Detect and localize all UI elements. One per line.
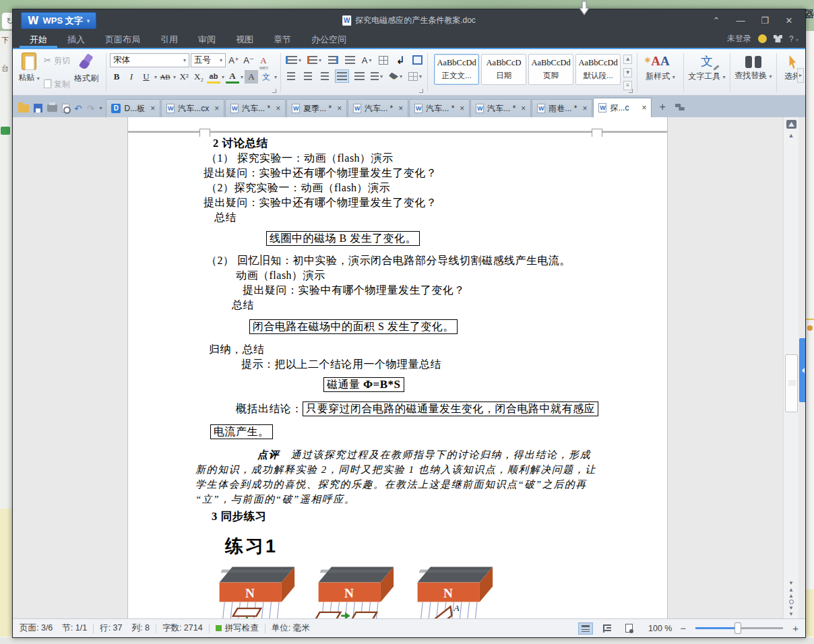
character-shading-button[interactable]: A	[245, 70, 258, 84]
doc-tab-3[interactable]: W 夏季... *×	[286, 99, 347, 117]
superscript-button[interactable]: X²	[177, 70, 191, 84]
font-color-button[interactable]: A	[226, 70, 239, 84]
highlight-color-button[interactable]: ab	[207, 70, 220, 84]
style-date[interactable]: AaBbCcD 日期	[481, 54, 526, 85]
doc-tab-active[interactable]: W 探...c×	[593, 98, 652, 117]
close-icon[interactable]: ×	[337, 104, 342, 113]
distribute-button[interactable]	[352, 69, 366, 83]
underline-button[interactable]: U	[139, 70, 153, 84]
close-icon[interactable]: ×	[641, 103, 646, 112]
status-line[interactable]: 行: 37	[100, 622, 122, 634]
tab-view[interactable]: 视图	[226, 32, 263, 48]
justify-button[interactable]	[335, 69, 349, 83]
print-preview-icon[interactable]	[62, 104, 69, 112]
line-spacing-button[interactable]: ▾	[369, 69, 384, 83]
next-page-button[interactable]: ▼▼	[788, 605, 794, 617]
ribbon-overflow-arrow[interactable]: ▸	[797, 68, 804, 83]
doc-tab-6[interactable]: W 汽车... *×	[470, 99, 531, 117]
insert-table-icon-button[interactable]	[377, 53, 390, 67]
style-default-paragraph[interactable]: AaBbCcDd 默认段...	[575, 54, 621, 85]
borders-button[interactable]: ▾	[407, 69, 423, 83]
paste-button[interactable]: 粘贴 ▾	[15, 51, 42, 94]
tab-references[interactable]: 引用	[150, 32, 188, 48]
tab-page-layout[interactable]: 页面布局	[95, 32, 150, 48]
close-icon[interactable]: ×	[150, 104, 155, 113]
status-word-count[interactable]: 字数: 2714	[162, 622, 203, 634]
style-footer[interactable]: AaBbCcDd 页脚	[528, 54, 573, 85]
tab-list-icon[interactable]	[675, 104, 685, 110]
doc-tab-5[interactable]: W 汽车... *×	[409, 99, 470, 117]
wrap-mark-button[interactable]: ↲	[394, 53, 407, 67]
styles-scroll-down[interactable]: ▼	[623, 68, 632, 77]
maximize-button[interactable]: ❐	[755, 15, 774, 26]
subscript-button[interactable]: X₂	[192, 70, 206, 84]
shading-button[interactable]: ▾	[387, 69, 404, 83]
zoom-in-button[interactable]: +	[792, 622, 799, 634]
close-icon[interactable]: ×	[521, 104, 526, 113]
vertical-scrollbar[interactable]: ▲ ▼ ▲▲ ▼▼	[783, 117, 799, 618]
login-status[interactable]: 未登录	[727, 33, 751, 44]
shrink-font-button[interactable]: A⁻	[242, 54, 255, 67]
paragraph-layout-button[interactable]	[410, 53, 424, 67]
increase-indent-button[interactable]	[343, 53, 356, 67]
skin-icon[interactable]	[774, 35, 782, 42]
font-name-select[interactable]: 宋体▾	[110, 53, 189, 67]
tab-review[interactable]: 审阅	[188, 32, 226, 48]
strikethrough-button[interactable]: AB	[158, 70, 172, 84]
bold-button[interactable]: B	[110, 70, 123, 84]
doc-tab-7[interactable]: W 雨巷... *×	[532, 99, 592, 117]
new-document-tab-button[interactable]: +	[659, 101, 665, 113]
outline-view-button[interactable]	[600, 622, 615, 635]
italic-button[interactable]: I	[125, 70, 138, 84]
cut-button[interactable]: ✂ 剪切	[44, 54, 70, 66]
scroll-down-arrow[interactable]: ▼	[788, 580, 794, 586]
text-tool-button[interactable]: 文 文字工具 ▾	[687, 51, 726, 94]
previous-page-button[interactable]: ▲▲	[788, 587, 794, 599]
numbering-button[interactable]: ▾	[306, 53, 323, 67]
document-page[interactable]: 2 讨论总结 （1） 探究实验一：动画（flash）演示 提出疑问：实验中还有哪…	[127, 117, 668, 618]
scroll-up-arrow[interactable]: ▲	[784, 132, 799, 139]
protect-view-button[interactable]	[621, 622, 636, 635]
doc-tab-2[interactable]: W 汽车... *×	[225, 99, 286, 117]
scrollbar-thumb[interactable]	[785, 354, 798, 412]
integration-icon[interactable]	[758, 34, 767, 43]
status-spellcheck[interactable]: 拼写检查	[225, 622, 259, 634]
help-button[interactable]: ? ▾	[789, 34, 799, 44]
close-icon[interactable]: ×	[582, 104, 587, 113]
decrease-indent-button[interactable]	[326, 53, 340, 67]
wps-app-button[interactable]: W WPS 文字 ▾	[21, 12, 96, 29]
close-icon[interactable]: ×	[214, 104, 219, 113]
align-center-button[interactable]	[301, 69, 315, 83]
doc-tab-4[interactable]: W 汽车... *×	[348, 99, 408, 117]
grow-font-button[interactable]: A⁺	[227, 54, 241, 67]
collapse-ribbon-button[interactable]: ⌃	[707, 15, 726, 26]
zoom-out-button[interactable]: −	[680, 622, 686, 634]
zoom-slider[interactable]	[695, 627, 783, 629]
doc-tab-docer[interactable]: D D...板×	[106, 99, 160, 117]
font-dialog-launcher[interactable]	[272, 89, 276, 93]
tab-office-space[interactable]: 办公空间	[301, 32, 356, 48]
new-style-button[interactable]: ✳AA 新样式 ▾	[641, 51, 680, 94]
copy-button[interactable]: 复制	[44, 77, 70, 90]
status-column[interactable]: 列: 8	[132, 622, 150, 634]
tab-insert[interactable]: 插入	[57, 32, 95, 48]
close-icon[interactable]: ×	[460, 104, 464, 113]
doc-tab-1[interactable]: W 汽车...cx×	[161, 99, 224, 117]
character-scale-button[interactable]: A▾	[360, 53, 373, 67]
align-right-button[interactable]	[318, 69, 332, 83]
ruler-toggle-icon[interactable]	[786, 120, 796, 129]
minimize-button[interactable]: —	[731, 15, 750, 26]
tab-home[interactable]: 开始	[20, 32, 57, 48]
close-icon[interactable]: ×	[398, 104, 403, 113]
styles-scroll-up[interactable]: ▲	[623, 55, 632, 64]
styles-dialog-launcher[interactable]	[629, 89, 633, 93]
close-button[interactable]: ✕	[780, 15, 799, 26]
tab-section[interactable]: 章节	[263, 32, 301, 48]
quick-access-dropdown-icon[interactable]: ▾	[99, 105, 102, 111]
phonetic-guide-button[interactable]: wén文	[259, 70, 273, 84]
style-body-text[interactable]: AaBbCcDd 正文文...	[434, 54, 479, 85]
format-painter-button[interactable]: 格式刷	[70, 51, 102, 94]
status-section[interactable]: 节: 1/1	[62, 622, 87, 634]
document-text[interactable]: 2 讨论总结 （1） 探究实验一：动画（flash）演示 提出疑问：实验中还有哪…	[204, 136, 594, 618]
paragraph-dialog-launcher[interactable]	[419, 89, 423, 93]
